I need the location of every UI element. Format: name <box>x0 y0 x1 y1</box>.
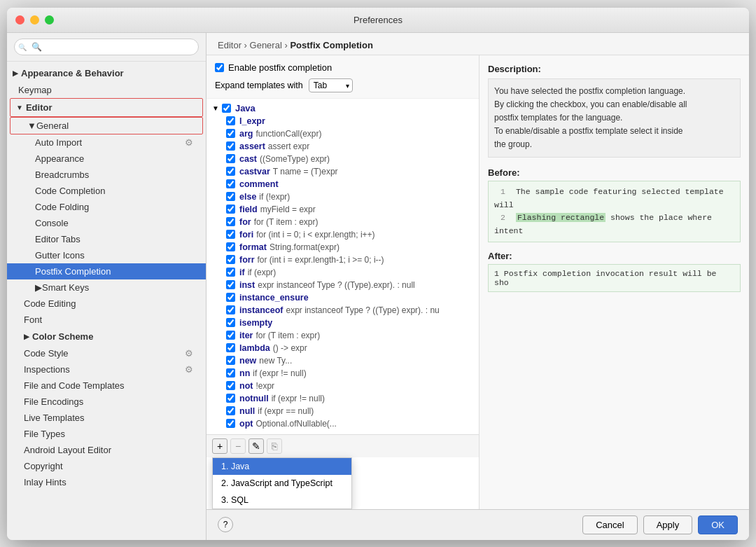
sidebar-item-copyright[interactable]: Copyright <box>7 458 206 474</box>
sidebar-item-file-types[interactable]: File Types <box>7 426 206 442</box>
forr-checkbox[interactable] <box>226 255 235 264</box>
sidebar-item-live-templates[interactable]: Live Templates <box>7 410 206 426</box>
add-button[interactable]: + <box>212 438 227 454</box>
castvar-checkbox[interactable] <box>226 167 235 176</box>
sidebar-item-editor[interactable]: ▼ Editor <box>10 98 203 117</box>
cast-checkbox[interactable] <box>226 154 235 163</box>
for-checkbox[interactable] <box>226 217 235 226</box>
sidebar-item-file-code-templates[interactable]: File and Code Templates <box>7 378 206 394</box>
apply-button[interactable]: Apply <box>643 515 693 534</box>
fori-checkbox[interactable] <box>226 230 235 239</box>
assert-checkbox[interactable] <box>226 141 235 151</box>
tree-item-instanceof[interactable]: instanceof expr instanceof Type ? ((Type… <box>206 304 479 317</box>
sidebar-item-font[interactable]: Font <box>7 312 206 328</box>
tree-item-format[interactable]: format String.format(expr) <box>206 241 479 254</box>
sidebar-item-android-layout[interactable]: Android Layout Editor <box>7 442 206 458</box>
tree-item-cast[interactable]: cast ((SomeType) expr) <box>206 153 479 165</box>
tree-item-instance-ensure[interactable]: instance_ensure <box>206 291 479 304</box>
remove-button[interactable]: − <box>230 438 246 454</box>
tree-item-else[interactable]: else if (!expr) <box>206 191 479 203</box>
notnull-checkbox[interactable] <box>226 394 235 403</box>
dropdown-item-sql[interactable]: 3. SQL <box>213 492 351 508</box>
sidebar-item-postfix-completion[interactable]: Postfix Completion <box>7 263 206 279</box>
tree-item-castvar[interactable]: castvar T name = (T)expr <box>206 165 479 178</box>
sidebar-item-breadcrumbs[interactable]: Breadcrumbs <box>7 167 206 183</box>
else-checkbox[interactable] <box>226 192 235 201</box>
expand-select[interactable]: Tab Space Enter <box>309 78 353 92</box>
sidebar-item-code-style[interactable]: Code Style ⚙ <box>7 345 206 361</box>
tree-item-null[interactable]: null if (expr == null) <box>206 405 479 417</box>
sidebar-item-code-folding[interactable]: Code Folding <box>7 199 206 215</box>
ok-button[interactable]: OK <box>698 515 738 534</box>
arg-checkbox[interactable] <box>226 129 235 138</box>
tree-java-section[interactable]: ▼ Java <box>206 102 479 115</box>
panel-body: Enable postfix completion Expand templat… <box>206 55 749 509</box>
tree-item-isempty[interactable]: isempty <box>206 317 479 329</box>
edit-button[interactable]: ✎ <box>248 438 264 454</box>
tree-item-field[interactable]: field myField = expr <box>206 203 479 216</box>
close-button[interactable] <box>15 15 24 25</box>
tree-item-notnull[interactable]: notnull if (expr != null) <box>206 392 479 405</box>
tree-item-nn[interactable]: nn if (expr != null) <box>206 367 479 380</box>
inst-checkbox[interactable] <box>226 280 235 289</box>
sidebar-item-inlay-hints[interactable]: Inlay Hints <box>7 474 206 490</box>
lambda-checkbox[interactable] <box>226 343 235 352</box>
java-checkbox[interactable] <box>222 104 231 113</box>
help-button[interactable]: ? <box>218 517 233 532</box>
null-checkbox[interactable] <box>226 406 235 415</box>
maximize-button[interactable] <box>45 15 54 25</box>
bottom-bar: ? Cancel Apply OK <box>206 509 749 540</box>
opt-checkbox[interactable] <box>226 419 235 428</box>
new-checkbox[interactable] <box>226 356 235 365</box>
tree-item-forr[interactable]: forr for (int i = expr.length-1; i >= 0;… <box>206 254 479 266</box>
expand-select-wrap: Tab Space Enter <box>309 78 353 92</box>
lexpr-checkbox[interactable] <box>226 116 235 125</box>
sidebar-item-file-encodings[interactable]: File Encodings <box>7 394 206 410</box>
sidebar-item-editor-tabs[interactable]: Editor Tabs <box>7 231 206 247</box>
tree-item-lexpr[interactable]: l_expr <box>206 115 479 127</box>
sidebar-item-smart-keys[interactable]: ▶ Smart Keys <box>7 279 206 296</box>
sidebar-item-appearance2[interactable]: Appearance <box>7 151 206 167</box>
tree-item-for[interactable]: for for (T item : expr) <box>206 216 479 228</box>
sidebar-item-gutter-icons[interactable]: Gutter Icons <box>7 247 206 263</box>
instance-ensure-checkbox[interactable] <box>226 293 235 302</box>
nn-checkbox[interactable] <box>226 368 235 378</box>
copy-button[interactable]: ⎘ <box>267 438 282 454</box>
tree-item-comment[interactable]: comment <box>206 178 479 191</box>
iter-checkbox[interactable] <box>226 331 235 340</box>
sidebar-item-code-completion[interactable]: Code Completion <box>7 183 206 199</box>
window-buttons <box>15 15 54 25</box>
tree-item-fori[interactable]: fori for (int i = 0; i < expr.length; i+… <box>206 228 479 241</box>
enable-postfix-checkbox[interactable] <box>215 63 224 72</box>
sidebar-item-keymap[interactable]: Keymap <box>7 82 206 98</box>
sidebar-item-inspections[interactable]: Inspections ⚙ <box>7 361 206 378</box>
cancel-button[interactable]: Cancel <box>582 515 637 534</box>
isempty-checkbox[interactable] <box>226 318 235 327</box>
not-checkbox[interactable] <box>226 381 235 390</box>
field-checkbox[interactable] <box>226 205 235 214</box>
tree-item-lambda[interactable]: lambda () -> expr <box>206 342 479 354</box>
minimize-button[interactable] <box>30 15 39 25</box>
sidebar-item-auto-import[interactable]: Auto Import ⚙ <box>7 134 206 151</box>
format-checkbox[interactable] <box>226 242 235 251</box>
sidebar-item-appearance-behavior[interactable]: ▶ Appearance & Behavior <box>7 64 206 82</box>
dropdown-item-java[interactable]: 1. Java <box>213 458 351 475</box>
dropdown-item-js[interactable]: 2. JavaScript and TypeScript <box>213 475 351 492</box>
sidebar-item-general[interactable]: ▼ General <box>10 117 203 134</box>
tree-item-if[interactable]: if if (expr) <box>206 266 479 279</box>
tree-item-new[interactable]: new new Ty... <box>206 354 479 367</box>
color-scheme-arrow: ▶ <box>24 333 29 340</box>
tree-item-iter[interactable]: iter for (T item : expr) <box>206 329 479 342</box>
if-checkbox[interactable] <box>226 268 235 277</box>
sidebar-item-code-editing[interactable]: Code Editing <box>7 296 206 312</box>
tree-item-assert[interactable]: assert assert expr <box>206 140 479 153</box>
tree-item-opt[interactable]: opt Optional.ofNullable(... <box>206 417 479 430</box>
sidebar-item-color-scheme[interactable]: ▶ Color Scheme <box>7 328 206 345</box>
comment-checkbox[interactable] <box>226 179 235 188</box>
tree-item-arg[interactable]: arg functionCall(expr) <box>206 127 479 140</box>
tree-item-not[interactable]: not !expr <box>206 380 479 392</box>
tree-item-inst[interactable]: inst expr instanceof Type ? ((Type).expr… <box>206 279 479 291</box>
instanceof-checkbox[interactable] <box>226 305 235 314</box>
search-input[interactable] <box>14 39 199 55</box>
sidebar-item-console[interactable]: Console <box>7 215 206 231</box>
